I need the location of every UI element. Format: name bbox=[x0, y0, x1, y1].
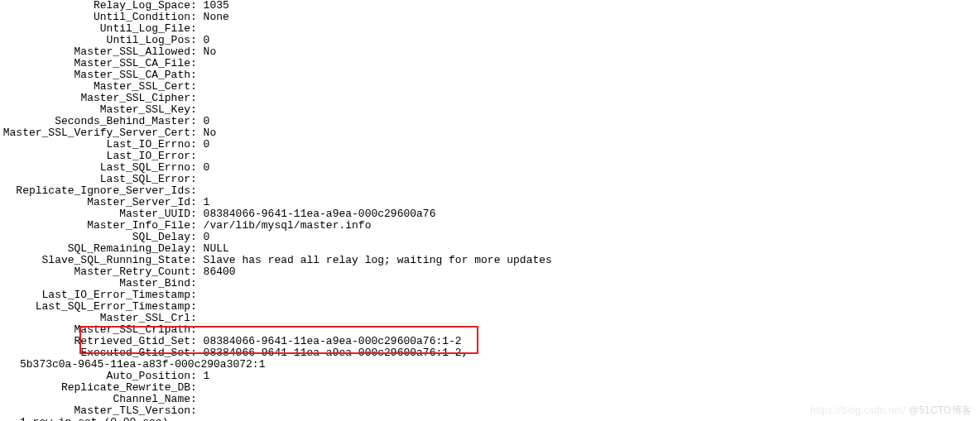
status-value: 0 bbox=[204, 115, 210, 127]
status-row: Master_SSL_Verify_Server_Cert: No bbox=[0, 127, 980, 139]
result-footer: 1 row in set (0.00 sec) bbox=[0, 417, 980, 421]
colon: : bbox=[190, 69, 204, 81]
status-label: Master_SSL_Cert bbox=[0, 81, 190, 93]
status-row: 5b373c0a-9645-11ea-a83f-000c290a3072:1 bbox=[0, 359, 980, 371]
status-row: Master_SSL_Crl: bbox=[0, 313, 980, 324]
status-label: Master_SSL_Verify_Server_Cert bbox=[0, 127, 190, 139]
colon: : bbox=[190, 208, 204, 220]
colon: : bbox=[190, 242, 204, 255]
colon: : bbox=[190, 45, 204, 58]
status-value: 08384066-9641-11ea-a9ea-000c29600a76 bbox=[204, 208, 436, 220]
watermark-url: https://blog.csdn.net/ bbox=[810, 404, 909, 416]
colon: : bbox=[190, 138, 204, 151]
status-label: Master_Info_File bbox=[0, 220, 190, 232]
colon: : bbox=[190, 393, 204, 405]
status-label: Until_Log_File bbox=[0, 23, 190, 35]
status-value: No bbox=[204, 127, 217, 139]
status-label: Master_TLS_Version bbox=[0, 405, 190, 417]
colon: : bbox=[190, 404, 204, 417]
colon: : bbox=[190, 323, 204, 336]
watermark-text: @51CTO博客 bbox=[909, 404, 972, 416]
colon: : bbox=[190, 381, 204, 394]
status-row: Seconds_Behind_Master: 0 bbox=[0, 116, 980, 127]
status-label: Last_SQL_Error_Timestamp bbox=[0, 301, 190, 313]
status-row: Until_Condition: None bbox=[0, 12, 980, 23]
colon: : bbox=[190, 196, 204, 208]
status-label: Master_SSL_CA_Path bbox=[0, 69, 190, 81]
status-value: 08384066-9641-11ea-a9ea-000c29600a76:1-2… bbox=[204, 347, 468, 359]
colon: : bbox=[190, 277, 204, 289]
status-row: Executed_Gtid_Set: 08384066-9641-11ea-a9… bbox=[0, 347, 980, 359]
status-label: Executed_Gtid_Set bbox=[0, 347, 190, 359]
status-value: 1 bbox=[204, 370, 210, 382]
colon: : bbox=[190, 289, 204, 301]
status-label: Master_SSL_Cipher bbox=[0, 93, 190, 104]
status-value: NULL bbox=[204, 242, 229, 255]
colon: : bbox=[190, 184, 204, 197]
status-label: Last_SQL_Error bbox=[0, 174, 190, 185]
status-row: Replicate_Rewrite_DB: bbox=[0, 382, 980, 394]
status-value: 0 bbox=[204, 138, 210, 151]
status-label: Master_Server_Id bbox=[0, 197, 190, 208]
status-value: 86400 bbox=[204, 266, 236, 278]
status-label: Master_UUID bbox=[0, 208, 190, 220]
status-label: SQL_Remaining_Delay bbox=[0, 243, 190, 255]
colon: : bbox=[190, 335, 204, 347]
colon: : bbox=[190, 347, 204, 359]
status-label: Last_IO_Error bbox=[0, 151, 190, 162]
colon: : bbox=[190, 173, 204, 185]
colon: : bbox=[190, 80, 204, 93]
status-row: Last_SQL_Error: bbox=[0, 174, 980, 185]
status-value: /var/lib/mysql/master.info bbox=[204, 219, 372, 232]
status-label: Master_SSL_Allowed bbox=[0, 46, 190, 58]
status-row: Master_Retry_Count: 86400 bbox=[0, 266, 980, 278]
status-row: Master_Info_File: /var/lib/mysql/master.… bbox=[0, 220, 980, 232]
status-label: Master_SSL_CA_File bbox=[0, 58, 190, 69]
status-label: Replicate_Rewrite_DB bbox=[0, 382, 190, 394]
colon: : bbox=[190, 103, 204, 116]
colon: : bbox=[190, 161, 204, 174]
colon: : bbox=[190, 254, 204, 266]
status-value: No bbox=[204, 45, 217, 58]
colon: : bbox=[190, 34, 204, 46]
status-row: Last_IO_Error: bbox=[0, 151, 980, 162]
status-row: Master_SSL_Key: bbox=[0, 104, 980, 116]
status-value: 0 bbox=[204, 34, 210, 46]
status-row: Relay_Log_Space: 1035 bbox=[0, 0, 980, 12]
status-value: 0 bbox=[204, 231, 210, 243]
status-row: Last_SQL_Error_Timestamp: bbox=[0, 301, 980, 313]
colon: : bbox=[190, 266, 204, 278]
colon: : bbox=[190, 22, 204, 35]
colon: : bbox=[190, 150, 204, 162]
status-row: Replicate_Ignore_Server_Ids: bbox=[0, 185, 980, 197]
status-row: Master_SSL_CA_Path: bbox=[0, 69, 980, 81]
status-row: Last_SQL_Errno: 0 bbox=[0, 162, 980, 174]
mysql-slave-status-output: Relay_Log_Space: 1035Until_Condition: No… bbox=[0, 0, 980, 421]
watermark: https://blog.csdn.net/ @51CTO博客 bbox=[810, 404, 972, 416]
status-row: Master_SSL_Cipher: bbox=[0, 93, 980, 104]
status-label: Master_Retry_Count bbox=[0, 266, 190, 278]
colon: : bbox=[190, 370, 204, 382]
status-row: Channel_Name: bbox=[0, 394, 980, 405]
status-row: Master_Bind: bbox=[0, 278, 980, 289]
status-row: Until_Log_Pos: 0 bbox=[0, 35, 980, 46]
status-row: Master_SSL_Allowed: No bbox=[0, 46, 980, 58]
status-label: Until_Condition bbox=[0, 12, 190, 23]
status-label: Master_SSL_Crl bbox=[0, 313, 190, 324]
status-row: Slave_SQL_Running_State: Slave has read … bbox=[0, 255, 980, 266]
status-value: Slave has read all relay log; waiting fo… bbox=[204, 254, 552, 266]
status-value: None bbox=[204, 11, 229, 23]
status-label: Master_Bind bbox=[0, 278, 190, 289]
status-label: Last_SQL_Errno bbox=[0, 162, 190, 174]
status-row: Last_IO_Error_Timestamp: bbox=[0, 289, 980, 301]
colon: : bbox=[190, 57, 204, 69]
status-label: Master_SSL_Key bbox=[0, 104, 190, 116]
status-label: Relay_Log_Space bbox=[0, 0, 190, 12]
status-label: Master_SSL_Crlpath bbox=[0, 324, 190, 336]
status-row: Until_Log_File: bbox=[0, 23, 980, 35]
status-label: Replicate_Ignore_Server_Ids bbox=[0, 185, 190, 197]
colon: : bbox=[190, 115, 204, 127]
colon: : bbox=[190, 231, 204, 243]
status-row: Master_SSL_Crlpath: bbox=[0, 324, 980, 336]
status-label: Seconds_Behind_Master bbox=[0, 116, 190, 127]
